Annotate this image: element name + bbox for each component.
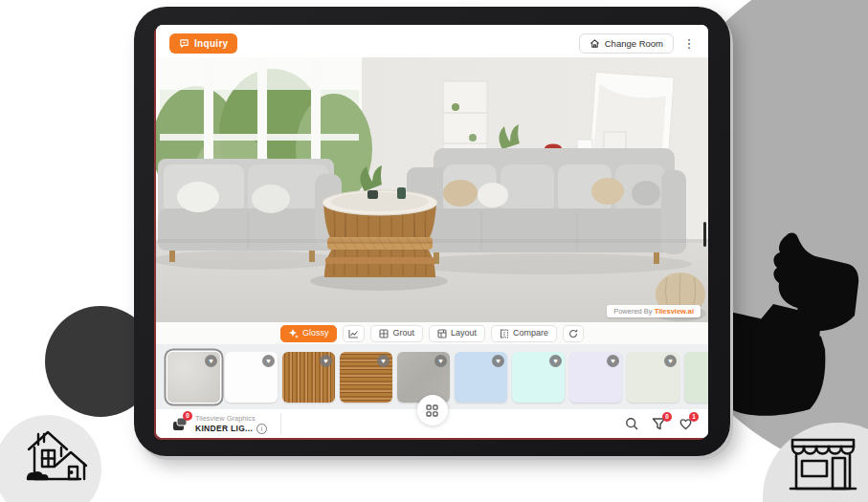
- light-blue-tile[interactable]: ♥: [455, 352, 507, 403]
- grout-button[interactable]: Grout: [370, 325, 423, 342]
- tilesview-app-screen: Inquiry Change Room ⋮: [156, 25, 708, 438]
- filter-button[interactable]: 0: [652, 417, 666, 431]
- grid-icon: [379, 329, 389, 338]
- room-visualizer: Powered By Tilesview.ai: [156, 57, 708, 322]
- favorite-heart-icon[interactable]: ♥: [320, 355, 332, 367]
- lavender-tile[interactable]: ♥: [569, 352, 622, 403]
- filter-count-badge: 0: [662, 412, 672, 422]
- favorite-heart-icon[interactable]: ♥: [664, 355, 677, 367]
- tile-stack-icon: 0: [171, 415, 189, 432]
- powered-by-watermark: Powered By Tilesview.ai: [607, 305, 701, 317]
- wishlist-count-badge: 1: [689, 412, 699, 422]
- product-name: KINDER LIG...: [195, 424, 253, 433]
- room-photo: [156, 57, 708, 322]
- info-icon[interactable]: i: [256, 424, 267, 434]
- tilesview-brand: Tilesview.ai: [655, 307, 694, 316]
- app-top-bar: Inquiry Change Room ⋮: [156, 25, 708, 57]
- inquiry-button[interactable]: Inquiry: [169, 33, 237, 54]
- screen-drag-handle[interactable]: [703, 222, 706, 247]
- chat-bubble-icon: [179, 38, 189, 49]
- reset-button[interactable]: [563, 325, 584, 342]
- home-icon: [590, 38, 600, 49]
- apps-grid-icon: [426, 404, 438, 417]
- wood-horizontal-stripe-tile[interactable]: ♥: [340, 352, 392, 403]
- compare-button[interactable]: Compare: [491, 325, 557, 342]
- kebab-menu-icon[interactable]: ⋮: [681, 37, 697, 50]
- sparkle-icon: [289, 329, 299, 338]
- search-icon: [625, 417, 639, 431]
- selected-product-block[interactable]: 0 Tilesview Graphics KINDER LIG... i: [171, 414, 267, 434]
- layout-label: Layout: [451, 329, 477, 338]
- app-bottom-bar: 0 Tilesview Graphics KINDER LIG... i: [156, 409, 708, 438]
- favorite-heart-icon[interactable]: ♥: [205, 355, 217, 367]
- favorite-heart-icon[interactable]: ♥: [607, 355, 619, 367]
- house-icon: [21, 424, 94, 487]
- grout-label: Grout: [392, 329, 414, 338]
- mint-tile[interactable]: ♥: [512, 352, 565, 403]
- search-button[interactable]: [625, 417, 639, 431]
- brand-name: Tilesview Graphics: [195, 414, 267, 423]
- catalog-grid-button[interactable]: [417, 395, 448, 426]
- compare-label: Compare: [513, 329, 548, 338]
- chart-icon: [348, 329, 359, 338]
- compare-icon: [500, 329, 509, 338]
- store-icon: [787, 435, 859, 496]
- favorite-heart-icon[interactable]: ♥: [549, 355, 562, 367]
- white-tile[interactable]: ♥: [225, 352, 278, 403]
- layout-button[interactable]: Layout: [429, 325, 485, 342]
- divider: [280, 413, 281, 434]
- green-tile[interactable]: ♥: [684, 352, 708, 403]
- grey-texture-tile[interactable]: ♥: [397, 352, 450, 403]
- favorite-heart-icon[interactable]: ♥: [492, 355, 504, 367]
- wood-vertical-stripe-tile[interactable]: ♥: [282, 352, 335, 403]
- layout-icon: [437, 329, 447, 338]
- refresh-icon: [568, 329, 578, 338]
- wishlist-button[interactable]: 1: [679, 417, 693, 431]
- change-room-button[interactable]: Change Room: [579, 33, 674, 54]
- glossy-button[interactable]: Glossy: [280, 325, 338, 342]
- powered-by-prefix: Powered By: [613, 307, 655, 316]
- favorite-heart-icon[interactable]: ♥: [262, 355, 275, 367]
- marketing-canvas: Inquiry Change Room ⋮: [0, 0, 868, 502]
- tablet-frame: Inquiry Change Room ⋮: [134, 7, 730, 456]
- inquiry-label: Inquiry: [194, 38, 228, 49]
- surface-chart-button[interactable]: [343, 325, 365, 342]
- favorite-heart-icon[interactable]: ♥: [377, 355, 389, 367]
- favorite-heart-icon[interactable]: ♥: [434, 355, 447, 367]
- view-toolbar: Glossy Grout Layout: [156, 322, 708, 344]
- glossy-label: Glossy: [302, 329, 329, 338]
- sage-tile[interactable]: ♥: [627, 352, 679, 403]
- product-count-badge: 0: [183, 411, 192, 421]
- change-room-label: Change Room: [605, 38, 663, 49]
- grey-marble-tile[interactable]: ♥: [167, 352, 220, 403]
